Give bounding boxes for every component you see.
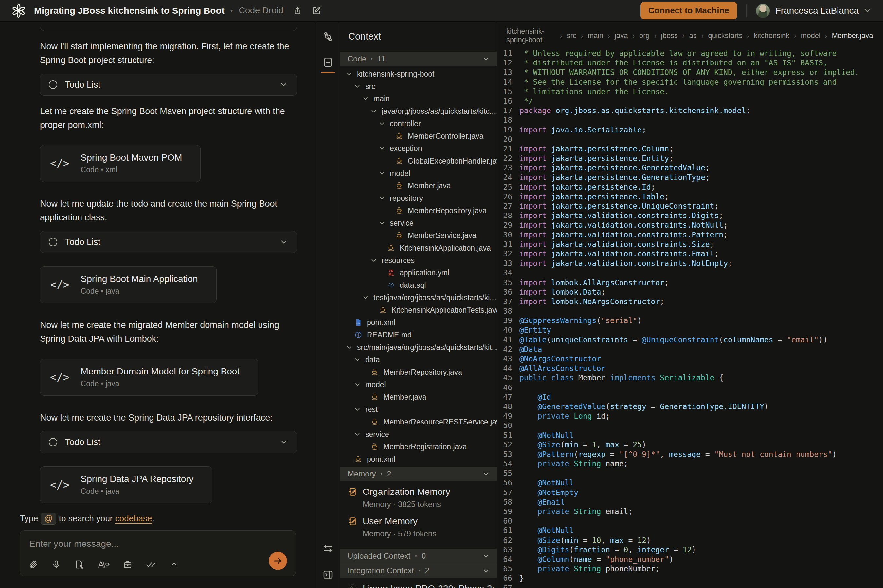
chevron-down-icon[interactable] (280, 81, 288, 89)
tree-folder-row[interactable]: service (340, 217, 497, 229)
chevron-down-icon[interactable] (378, 170, 385, 177)
breadcrumb-segment[interactable]: model (801, 32, 820, 40)
chevron-down-icon[interactable] (354, 381, 361, 388)
chevron-down-icon[interactable] (346, 344, 353, 351)
toolbox-icon[interactable] (123, 560, 132, 569)
tree-folder-row[interactable]: src/main/java/org/jboss/as/quickstarts/k… (340, 341, 497, 354)
share-icon[interactable] (293, 6, 302, 16)
chevron-down-icon[interactable] (354, 406, 361, 413)
tree-file-row[interactable]: GlobalExceptionHandler.java (340, 154, 497, 167)
chevron-down-icon[interactable] (378, 145, 385, 152)
edit-icon[interactable] (311, 6, 321, 16)
tree-folder-row[interactable]: controller (340, 117, 497, 130)
tree-folder-row[interactable]: main (340, 93, 497, 105)
message-input[interactable]: Enter your message... (20, 531, 296, 576)
code-line: 67 (498, 584, 883, 588)
tree-folder-row[interactable]: kitchensink-spring-boot (340, 68, 497, 80)
code-line: 35import lombok.AllArgsConstructor; (498, 278, 883, 288)
user-menu-chevron-down-icon[interactable] (863, 7, 871, 15)
connect-to-machine-button[interactable]: Connect to Machine (641, 2, 737, 19)
tree-file-row[interactable]: MemberResourceRESTService.java (340, 416, 497, 428)
chevron-down-icon[interactable] (370, 257, 378, 264)
todo-list-card[interactable]: Todo List (40, 231, 297, 253)
memory-section-header[interactable]: Memory • 2 (340, 466, 497, 481)
breadcrumb-segment[interactable]: org (639, 32, 650, 40)
tree-file-row[interactable]: MemberController.java (340, 130, 497, 142)
tree-file-row[interactable]: data.sql (340, 279, 497, 291)
integration-context-header[interactable]: Integration Context • 2 (340, 564, 497, 578)
double-check-icon[interactable] (146, 560, 157, 569)
file-artifact-card[interactable]: </>Spring Data JPA RepositoryCode • java (40, 466, 212, 503)
tree-file-row[interactable]: MemberRepository.java (340, 366, 497, 378)
tree-file-row[interactable]: Member.java (340, 391, 497, 403)
chevron-down-icon[interactable] (378, 219, 385, 226)
send-button[interactable] (269, 552, 287, 570)
tree-folder-row[interactable]: model (340, 167, 497, 180)
open-panel-icon[interactable] (322, 569, 334, 580)
tree-file-row[interactable]: </>pom.xml (340, 316, 497, 328)
text-style-icon[interactable] (97, 560, 110, 569)
breadcrumb-segment[interactable]: kitchensink-spring-boot (506, 27, 555, 44)
tree-file-row[interactable]: MemberService.java (340, 229, 497, 242)
tree-file-row[interactable]: README.md (340, 328, 497, 341)
chevron-down-icon[interactable] (378, 120, 385, 127)
chevron-down-icon[interactable] (346, 70, 353, 78)
tree-file-row[interactable]: KitchensinkApplication.java (340, 242, 497, 254)
breadcrumb-segment[interactable]: as (689, 32, 697, 40)
chevron-down-icon[interactable] (370, 108, 378, 115)
tree-folder-row[interactable]: rest (340, 403, 497, 416)
repo-context-icon[interactable] (74, 560, 84, 569)
collapse-chevron-up-icon[interactable] (170, 560, 178, 569)
tree-folder-row[interactable]: data (340, 354, 497, 366)
todo-list-card[interactable]: Todo List (40, 74, 297, 96)
chevron-down-icon[interactable] (362, 95, 369, 102)
tree-file-row[interactable]: KitchensinkApplicationTests.java (340, 304, 497, 316)
breadcrumb-segment[interactable]: main (588, 32, 603, 40)
chevron-down-icon[interactable] (354, 83, 361, 90)
tree-file-row[interactable]: MemberRepository.java (340, 204, 497, 217)
code-text: @Id (519, 392, 551, 402)
code-section-header[interactable]: Code • 11 (340, 52, 497, 66)
breadcrumb-segment[interactable]: jboss (661, 32, 678, 40)
tree-file-row[interactable]: MemberRegistration.java (340, 441, 497, 453)
swap-arrows-icon[interactable] (322, 543, 334, 554)
tree-folder-row[interactable]: repository (340, 192, 497, 204)
breadcrumb-segment[interactable]: src (567, 32, 576, 40)
file-artifact-card[interactable]: </>Spring Boot Main ApplicationCode • ja… (40, 266, 217, 303)
chevron-down-icon[interactable] (280, 238, 288, 246)
uploaded-context-header[interactable]: Uploaded Context • 0 (340, 549, 497, 563)
chevron-down-icon[interactable] (354, 431, 361, 438)
breadcrumb-segment[interactable]: quickstarts (708, 32, 742, 40)
tree-folder-row[interactable]: test/java/org/jboss/as/quickstarts/ki... (340, 291, 497, 304)
chat-scroll-area[interactable]: Now I'll start implementing the migratio… (0, 22, 315, 508)
chevron-down-icon (482, 55, 490, 63)
file-artifact-card[interactable]: </>Member Domain Model for Spring BootCo… (40, 359, 258, 396)
tree-file-row[interactable]: pom.xml (340, 453, 497, 465)
memory-item[interactable]: User MemoryMemory · 579 tokens (340, 516, 497, 538)
chevron-down-icon[interactable] (280, 438, 288, 446)
tree-folder-row[interactable]: resources (340, 254, 497, 267)
tree-file-row[interactable]: Member.java (340, 180, 497, 192)
breadcrumb-segment[interactable]: kitchensink (754, 32, 790, 40)
chevron-down-icon[interactable] (362, 294, 369, 301)
codebase-link[interactable]: codebase (115, 513, 152, 523)
microphone-icon[interactable] (51, 560, 61, 569)
breadcrumb-segment[interactable]: java (615, 32, 628, 40)
workflow-icon[interactable] (322, 31, 334, 42)
tree-folder-row[interactable]: exception (340, 142, 497, 154)
breadcrumb-segment[interactable]: Member.java (832, 32, 873, 40)
user-avatar[interactable] (756, 4, 770, 18)
attach-file-icon[interactable] (29, 560, 38, 569)
tree-folder-row[interactable]: java/org/jboss/as/quickstarts/kitc... (340, 105, 497, 117)
chevron-down-icon[interactable] (354, 356, 361, 363)
tree-folder-row[interactable]: src (340, 80, 497, 93)
tree-file-row[interactable]: YAMLapplication.yml (340, 267, 497, 279)
todo-list-card[interactable]: Todo List (40, 431, 297, 453)
memory-item[interactable]: Organization MemoryMemory · 3825 tokens (340, 487, 497, 509)
tree-folder-row[interactable]: service (340, 428, 497, 441)
file-artifact-card[interactable]: </>Spring Boot Maven POMCode • xml (40, 145, 201, 182)
context-journal-icon[interactable] (322, 57, 334, 68)
chevron-down-icon[interactable] (378, 195, 385, 202)
integration-item[interactable]: Linear Issue PRO-339: Phase 2: C...Ticke… (340, 584, 497, 588)
tree-folder-row[interactable]: model (340, 378, 497, 391)
